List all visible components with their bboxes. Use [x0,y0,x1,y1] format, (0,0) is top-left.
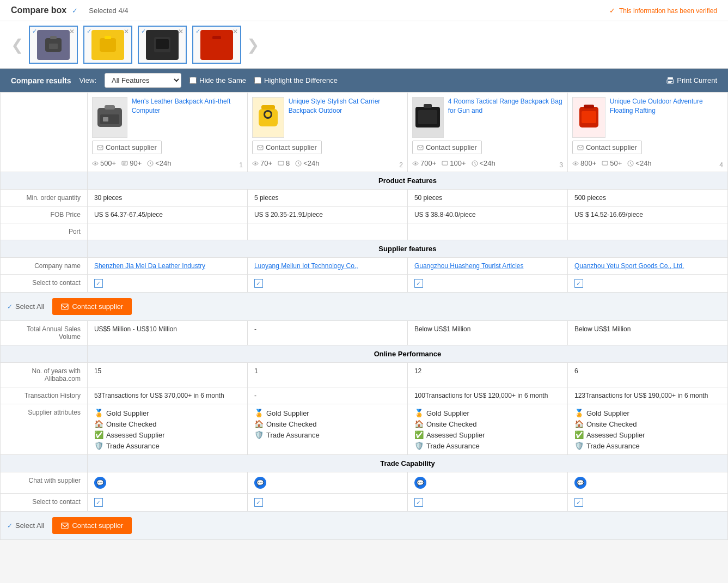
response-1: <24h [147,159,171,167]
attr-trade-3: 🛡️ Trade Assurance [414,441,561,450]
chat-icon-2[interactable]: 💬 [254,477,266,489]
contact-check-1[interactable]: ✓ [94,279,103,288]
hide-same-label[interactable]: Hide the Same [189,76,246,84]
min-order-3: 50 pieces [407,190,567,207]
min-order-2: 5 pieces [247,190,407,207]
section-product-features: Product Features [1,172,728,190]
fob-price-label: FOB Price [1,207,88,223]
contact-btn-2[interactable]: Contact supplier [252,141,322,154]
select-all-row-1: ✓ Select All Contact supplier [1,293,728,321]
contact-btn-3[interactable]: Contact supplier [412,141,482,154]
trade-icon-4: 🛡️ [574,441,584,450]
thumbnail-3[interactable]: ✓ ✕ [138,26,187,64]
contact-check-3[interactable]: ✓ [414,279,423,288]
contact-btn-1[interactable]: Contact supplier [92,141,162,154]
contact-check-4[interactable]: ✓ [574,279,583,288]
contact-check2-2[interactable]: ✓ [254,498,263,507]
thumb-close-1[interactable]: ✕ [69,28,75,35]
gold-icon-1: 🏅 [94,409,103,417]
svg-rect-7 [209,37,225,52]
onsite-icon-1: 🏠 [94,420,103,428]
company-link-4[interactable]: Quanzhou Yetu Sport Goods Co., Ltd. [574,262,684,270]
view-select[interactable]: All Features Product Features Supplier F… [105,73,181,88]
thumb-close-2[interactable]: ✕ [124,28,129,35]
company-link-3[interactable]: Guangzhou Huasheng Tourist Articles [414,262,524,270]
onsite-icon-4: 🏠 [574,420,584,428]
highlight-diff-label[interactable]: Highlight the Difference [254,76,338,84]
print-button[interactable]: Print Current [666,76,717,84]
messages-4: 50+ [602,159,622,167]
section-supplier-features: Supplier features [1,240,728,258]
product-title-3[interactable]: 4 Rooms Tactical Range Backpack Bag for … [448,97,563,116]
chat-icon-4[interactable]: 💬 [574,477,586,489]
contact-check-2[interactable]: ✓ [254,279,263,288]
views-1: 500+ [92,159,116,167]
product-features-header: Product Features [87,172,727,190]
response-4: <24h [627,159,651,167]
port-row: Port [1,223,728,240]
onsite-icon-2: 🏠 [254,420,264,428]
total-sales-row: Total Annual Sales Volume US$5 Million -… [1,321,728,345]
thumb-close-4[interactable]: ✕ [233,28,238,35]
product-header-2: Unique Style Stylish Cat Carrier Backpac… [247,93,407,172]
contact-check2-4[interactable]: ✓ [574,498,583,507]
select-all-label-1: ✓ Select All [7,302,44,311]
product-title-4[interactable]: Unique Cute Outdoor Adventure Floating R… [610,97,723,116]
svg-rect-2 [49,44,58,49]
chat-4: 💬 [567,472,727,494]
thumb-check-4: ✓ [195,28,200,35]
svg-rect-42 [578,145,583,150]
response-2: <24h [295,159,319,167]
select-contact-3: ✓ [407,275,567,293]
attr-trade-4: 🛡️ Trade Assurance [574,441,721,450]
svg-rect-11 [668,81,672,82]
product-title-2[interactable]: Unique Style Stylish Cat Carrier Backpac… [289,97,403,116]
transaction-1: 53Transactions for US$ 370,000+ in 6 mon… [87,387,247,404]
svg-rect-16 [103,117,108,122]
contact-check2-3[interactable]: ✓ [414,498,423,507]
svg-rect-40 [584,105,594,108]
contact-check2-1[interactable]: ✓ [94,498,103,507]
company-name-4: Quanzhou Yetu Sport Goods Co., Ltd. [567,258,727,275]
total-sales-label: Total Annual Sales Volume [1,321,88,345]
svg-rect-8 [212,36,221,39]
attr-onsite-4: 🏠 Onsite Checked [574,420,721,428]
next-arrow-icon[interactable]: ❯ [247,36,259,54]
thumbnail-4[interactable]: ✓ ✕ [192,26,241,64]
selected-badge: Selected 4/4 [89,7,128,15]
years-alibaba-4: 6 [567,363,727,387]
contact-supplier-btn-2[interactable]: Contact supplier [52,517,132,534]
select-contact-2: ✓ [247,275,407,293]
company-link-2[interactable]: Luoyang Meilun Iot Technology Co., [254,262,358,270]
select-all-cell-2: ✓ Select All Contact supplier [1,512,728,540]
supplier-attrs-3: 🏅 Gold Supplier 🏠 Onsite Checked ✅ Asses… [407,404,567,455]
thumbnail-2[interactable]: ✓ ✕ [83,26,132,64]
company-name-2: Luoyang Meilun Iot Technology Co., [247,258,407,275]
thumb-close-3[interactable]: ✕ [178,28,183,35]
fob-price-row: FOB Price US $ 64.37-67.45/piece US $ 20… [1,207,728,223]
attr-gold-4: 🏅 Gold Supplier [574,409,721,417]
chat-icon-3[interactable]: 💬 [414,477,426,489]
fob-price-1: US $ 64.37-67.45/piece [87,207,247,223]
chat-3: 💬 [407,472,567,494]
contact-btn-4[interactable]: Contact supplier [572,141,642,154]
chat-label: Chat with supplier [1,472,88,494]
thumbnail-1[interactable]: ✓ ✕ [29,26,78,64]
svg-point-44 [574,162,576,164]
hide-same-checkbox[interactable] [189,77,197,84]
product-img-3 [412,97,444,138]
svg-rect-26 [258,145,263,150]
trade-icon-2: 🛡️ [254,430,264,439]
total-sales-1: US$5 Million - US$10 Million [87,321,247,345]
company-link-1[interactable]: Shenzhen Jia Mei Da Leather Industry [94,262,205,270]
views-3: 700+ [412,159,436,167]
highlight-diff-checkbox[interactable] [254,77,261,84]
chat-icon-1[interactable]: 💬 [94,477,106,489]
trade-icon-1: 🛡️ [94,441,103,450]
fob-price-3: US $ 38.8-40.0/piece [407,207,567,223]
company-name-3: Guangzhou Huasheng Tourist Articles [407,258,567,275]
contact-supplier-btn-1[interactable]: Contact supplier [52,298,132,315]
product-title-1[interactable]: Men's Leather Backpack Anti-theft Comput… [132,97,243,116]
product-img-1 [92,97,127,138]
prev-arrow-icon[interactable]: ❮ [11,36,23,54]
